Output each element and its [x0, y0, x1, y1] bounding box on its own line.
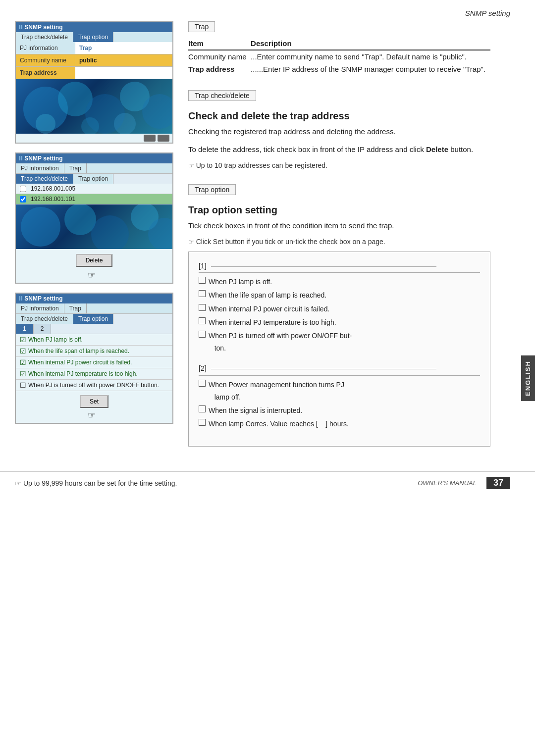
value-trap-address[interactable]	[75, 67, 172, 79]
value-trap: Trap	[75, 42, 172, 54]
checked-icon-4: ☑	[20, 370, 26, 378]
info-item-2-2: When the signal is interrupted.	[199, 404, 480, 417]
ip-row-2: 192.168.001.101	[16, 194, 172, 204]
tab2-trap[interactable]: Trap	[64, 163, 87, 173]
checkbox-icon-2-3	[199, 419, 206, 426]
check-item-1: ☑ When PJ lamp is off.	[16, 334, 172, 346]
info-box-label-2: [2]	[199, 362, 480, 375]
tab-trap-option[interactable]: Trap option	[73, 32, 113, 42]
set-btn-container: Set ☞	[16, 391, 172, 423]
checkbox-icon-1-3	[199, 304, 206, 311]
number-tab-2[interactable]: 2	[34, 324, 52, 334]
check-label-3: When internal PJ power circuit is failed…	[28, 359, 132, 366]
label-community-name: Community name	[16, 54, 75, 66]
left-column: SNMP setting Trap check/delete Trap opti…	[15, 21, 173, 461]
page-footer: Up to 99,999 hours can be set for the ti…	[0, 471, 535, 494]
row-community-name: Community name public	[16, 54, 172, 67]
tab2-trap-option[interactable]: Trap option	[73, 174, 113, 184]
svg-point-10	[91, 215, 129, 249]
snmp-panel-1-header: SNMP setting	[16, 22, 172, 32]
set-button[interactable]: Set	[80, 395, 108, 408]
snmp-panel-3-header: SNMP setting	[16, 294, 172, 303]
trap-check-title: Check and delete the trap address	[188, 110, 490, 122]
ip-checkbox-1[interactable]	[20, 186, 26, 192]
number-tab-1[interactable]: 1	[16, 324, 34, 334]
page-header: SNMP setting	[0, 0, 535, 21]
table-cell-desc-2: ......Enter IP address of the SNMP manag…	[251, 63, 490, 75]
checkbox-icon-2-2	[199, 405, 206, 412]
trap-option-section: Trap option Trap option setting Tick che…	[188, 184, 490, 447]
delete-bold: Delete	[426, 145, 448, 153]
trap-check-box-label: Trap check/delete	[188, 90, 256, 101]
value-community-name: public	[75, 54, 172, 66]
table-cell-item-1: Community name	[188, 50, 251, 63]
info-item-1-5: When PJ is turned off with power ON/OFF …	[199, 330, 480, 354]
checkbox-icon-1-5	[199, 331, 206, 338]
svg-point-5	[36, 114, 55, 134]
section-title-header: SNMP setting	[465, 9, 510, 17]
checkbox-icon-1-1	[199, 277, 206, 284]
tab-trap-check-delete[interactable]: Trap check/delete	[16, 32, 73, 42]
tab3-trap[interactable]: Trap	[64, 303, 87, 313]
info-box-section-1: [1] When PJ lamp is off. When the life s…	[199, 260, 480, 354]
english-label: ENGLISH	[524, 360, 532, 396]
snmp-panel-1: SNMP setting Trap check/delete Trap opti…	[15, 21, 173, 144]
trap-check-section: Trap check/delete Check and delete the t…	[188, 90, 490, 169]
panel-1-decoration	[16, 79, 172, 134]
panel-2-decoration	[16, 204, 172, 249]
table-row-community: Community name ...Enter community name t…	[188, 50, 490, 63]
info-item-2-1: When Power management function turns PJ …	[199, 379, 480, 403]
tab3-pj-info[interactable]: PJ information	[16, 303, 64, 313]
ip-checkbox-2[interactable]	[20, 196, 26, 202]
panel-2-bg	[16, 204, 172, 249]
page-number: 37	[486, 477, 510, 489]
english-tab: ENGLISH	[521, 355, 535, 401]
trap-check-note: Up to 10 trap addresses can be registere…	[188, 161, 490, 169]
checked-icon-1: ☑	[20, 336, 26, 344]
check-item-2: ☑ When the life span of lamp is reached.	[16, 346, 172, 357]
delete-button[interactable]: Delete	[76, 254, 113, 267]
info-box-label-1: [1]	[199, 260, 480, 273]
panel-1-strip	[16, 134, 172, 143]
tab3-check-delete[interactable]: Trap check/delete	[16, 314, 73, 324]
snmp-panel-2: SNMP setting PJ information Trap Trap ch…	[15, 152, 173, 284]
snmp-panel-1-tabs: Trap check/delete Trap option	[16, 32, 172, 42]
check-item-3: ☑ When internal PJ power circuit is fail…	[16, 357, 172, 368]
checkbox-icon-1-4	[199, 317, 206, 324]
info-item-1-4: When internal PJ temperature is too high…	[199, 316, 480, 329]
info-item-1-3: When internal PJ power circuit is failed…	[199, 303, 480, 315]
check-item-4: ☑ When internal PJ temperature is too hi…	[16, 368, 172, 380]
checkbox-icon-1-2	[199, 290, 206, 297]
tab2-pj-info[interactable]: PJ information	[16, 163, 64, 173]
check-item-5: ☐ When PJ is turned off with power ON/OF…	[16, 380, 172, 391]
strip-btn-1	[144, 135, 156, 142]
footer-note: Up to 99,999 hours can be set for the ti…	[15, 479, 177, 487]
right-column: Trap Item Description Community name ...…	[188, 21, 510, 461]
svg-point-9	[64, 204, 96, 235]
snmp-panel-2-tabs-2: Trap check/delete Trap option	[16, 173, 172, 184]
info-box: [1] When PJ lamp is off. When the life s…	[188, 252, 490, 447]
label-pj-info: PJ information	[16, 42, 75, 54]
check-label-2: When the life span of lamp is reached.	[28, 348, 129, 354]
number-tabs: 1 2	[16, 324, 172, 334]
table-header-desc: Description	[251, 37, 490, 50]
info-box-section-2: [2] When Power management function turns…	[199, 362, 480, 430]
footer-manual: OWNER'S MANUAL	[418, 479, 477, 487]
trap-section: Trap Item Description Community name ...…	[188, 21, 490, 75]
snmp-panel-3: SNMP setting PJ information Trap Trap ch…	[15, 293, 173, 424]
info-item-2-3: When lamp Corres. Value reaches [ ] hour…	[199, 418, 480, 430]
trap-option-title: Trap option setting	[188, 204, 490, 216]
trap-option-box-label: Trap option	[188, 184, 236, 195]
tab2-check-delete[interactable]: Trap check/delete	[16, 174, 73, 184]
ip-label-2: 192.168.001.101	[31, 196, 75, 202]
table-cell-desc-1: ...Enter community name to send "Trap". …	[251, 50, 490, 63]
svg-point-8	[21, 207, 60, 247]
row-pj-info: PJ information Trap	[16, 42, 172, 54]
trap-check-body-2: To delete the address, tick check box in…	[188, 144, 490, 155]
table-header-item: Item	[188, 37, 251, 50]
checkbox-icon-2-1	[199, 380, 206, 387]
strip-btn-2	[158, 135, 169, 142]
tab3-trap-option[interactable]: Trap option	[73, 314, 113, 324]
label-trap-address: Trap address	[16, 67, 75, 79]
ip-label-1: 192.168.001.005	[31, 185, 75, 192]
